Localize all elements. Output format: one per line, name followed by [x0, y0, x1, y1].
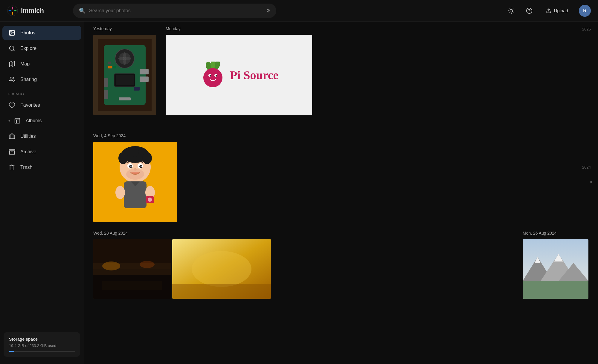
archive-icon — [8, 148, 16, 155]
photo-aug26-1[interactable] — [523, 239, 588, 299]
rpi-board-svg — [98, 39, 152, 111]
aug28-photo2-svg — [172, 239, 271, 299]
svg-rect-39 — [108, 62, 111, 64]
photo-aug28-2[interactable] — [172, 239, 271, 299]
app-name: immich — [21, 7, 44, 15]
svg-point-15 — [10, 46, 14, 51]
sidebar-item-albums[interactable]: ▾ Albums — [2, 114, 81, 128]
svg-point-72 — [148, 198, 152, 202]
date-group-monday: Monday — [166, 26, 312, 115]
date-label-sep: Wed, 4 Sep 2024 — [93, 133, 588, 138]
date-label-aug28: Wed, 28 Aug 2024 — [93, 231, 515, 235]
topbar-right: Upload R — [505, 5, 591, 17]
year-marker-2024: 2024 — [582, 165, 591, 169]
sidebar-item-explore[interactable]: Explore — [2, 41, 81, 56]
svg-point-1 — [510, 9, 513, 12]
cartoon-character-svg — [99, 143, 171, 221]
date-label-yesterday: Yesterday — [93, 26, 156, 31]
pi-source-logo: Pi Source — [199, 62, 279, 88]
svg-rect-33 — [140, 77, 149, 82]
sidebar-item-archive-label: Archive — [20, 149, 36, 155]
date-label-aug26: Mon, 26 Aug 2024 — [523, 231, 588, 235]
sidebar-item-sharing[interactable]: Sharing — [2, 72, 81, 87]
svg-rect-31 — [116, 75, 134, 85]
filter-icon[interactable]: ⚙ — [266, 8, 270, 13]
svg-point-59 — [130, 166, 132, 167]
pi-source-brand: Pi Source — [230, 68, 279, 82]
sidebar-item-explore-label: Explore — [20, 46, 36, 51]
sidebar-item-archive[interactable]: Archive — [2, 145, 81, 159]
svg-point-60 — [141, 166, 142, 167]
svg-rect-38 — [113, 66, 116, 68]
svg-line-5 — [513, 12, 513, 13]
svg-rect-40 — [134, 87, 140, 91]
svg-rect-78 — [102, 281, 162, 290]
raspberry-icon — [199, 62, 226, 88]
sidebar-item-photos[interactable]: Photos — [2, 26, 81, 40]
svg-rect-81 — [172, 284, 271, 299]
storage-title: Storage space — [9, 337, 75, 342]
sidebar-item-trash-label: Trash — [20, 165, 32, 170]
sidebar-item-map[interactable]: Map — [2, 57, 81, 71]
scroll-dot — [590, 181, 592, 183]
svg-rect-22 — [9, 135, 15, 139]
year-marker-2025: 2025 — [582, 27, 591, 31]
search-icon: 🔍 — [79, 7, 86, 14]
sidebar-item-map-label: Map — [20, 61, 30, 67]
svg-point-77 — [140, 261, 155, 268]
storage-card: Storage space 19.4 GiB of 233.2 GiB used — [4, 332, 80, 357]
map-icon — [8, 60, 16, 68]
logo[interactable]: immich — [7, 5, 67, 16]
library-section-label: LIBRARY — [0, 87, 84, 97]
upload-button[interactable]: Upload — [541, 6, 573, 16]
svg-point-53 — [142, 152, 152, 164]
svg-point-47 — [210, 75, 211, 77]
sidebar-item-utilities[interactable]: Utilities — [2, 129, 81, 143]
explore-icon — [8, 45, 16, 52]
sidebar-item-photos-label: Photos — [20, 30, 35, 36]
sidebar-item-albums-label: Albums — [26, 118, 42, 123]
svg-point-76 — [102, 261, 120, 270]
heart-icon — [8, 102, 16, 109]
avatar[interactable]: R — [579, 5, 591, 17]
sidebar-item-favorites[interactable]: Favorites — [2, 98, 81, 112]
svg-line-4 — [509, 8, 509, 9]
svg-rect-21 — [15, 118, 20, 123]
help-icon[interactable] — [523, 5, 535, 17]
topbar: immich 🔍 ⚙ — [0, 0, 598, 22]
photo-pi-source[interactable]: Pi Source — [166, 35, 312, 115]
sidebar-item-favorites-label: Favorites — [20, 103, 40, 108]
search-input[interactable] — [89, 8, 263, 13]
scroll-indicator — [590, 181, 592, 183]
aug28-photo1-svg — [93, 239, 171, 299]
pi-source-text-1: Pi Source — [230, 68, 279, 82]
sidebar-item-trash[interactable]: Trash — [2, 160, 81, 175]
svg-rect-36 — [119, 97, 131, 100]
sidebar: Photos Explore Map — [0, 22, 84, 364]
svg-point-69 — [115, 186, 125, 199]
svg-point-48 — [216, 75, 217, 77]
chevron-down-icon: ▾ — [8, 119, 10, 123]
immich-logo-icon — [7, 5, 18, 16]
search-bar[interactable]: 🔍 ⚙ — [73, 4, 276, 18]
date-group-sep: Wed, 4 Sep 2024 — [93, 133, 588, 222]
storage-description: 19.4 GiB of 233.2 GiB used — [9, 343, 75, 348]
upload-label: Upload — [554, 8, 568, 13]
svg-marker-17 — [10, 62, 15, 67]
utilities-icon — [8, 133, 16, 140]
svg-point-80 — [192, 251, 251, 287]
brightness-icon[interactable] — [505, 5, 517, 17]
sharing-icon — [8, 76, 16, 83]
storage-bar-track — [9, 351, 75, 352]
date-group-yesterday: Yesterday — [93, 26, 156, 115]
svg-line-16 — [13, 50, 14, 51]
svg-line-9 — [513, 8, 513, 9]
date-group-aug28: Wed, 28 Aug 2024 — [93, 231, 515, 299]
photo-cartoon-avatar[interactable] — [93, 142, 177, 222]
sidebar-item-utilities-label: Utilities — [20, 134, 36, 139]
date-label-monday: Monday — [166, 26, 312, 31]
photo-aug28-1[interactable] — [93, 239, 171, 299]
aug26-photo-svg — [523, 239, 588, 299]
svg-point-20 — [10, 77, 12, 79]
photo-rpi-board[interactable] — [93, 35, 156, 115]
